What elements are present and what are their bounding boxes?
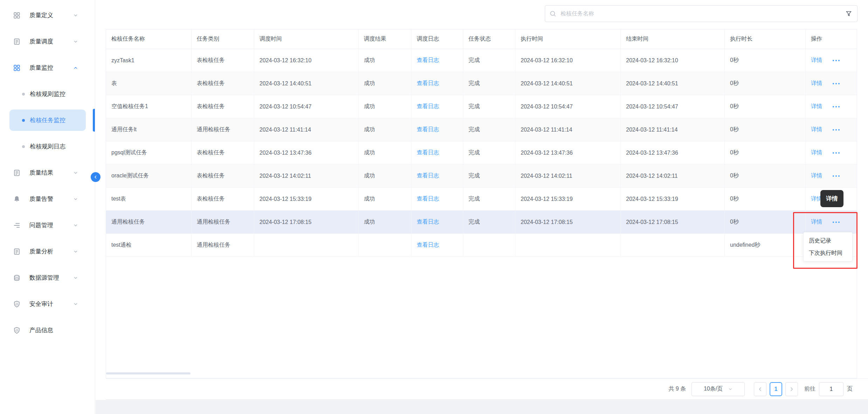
cell-task-name: test通检 — [106, 234, 192, 257]
page-size-select[interactable]: 10条/页 — [692, 382, 745, 396]
detail-link[interactable]: 详情 — [811, 219, 822, 225]
sidebar-item-quality-result[interactable]: 质量结果 — [0, 160, 95, 186]
view-log-link[interactable]: 查看日志 — [417, 103, 439, 109]
sidebar-item-product-info[interactable]: @ 产品信息 — [0, 317, 95, 343]
cell-schedule-result: 成功 — [359, 164, 411, 188]
cell-schedule-log: 查看日志 — [411, 164, 463, 188]
sidebar: 质量定义 质量调度 质量监控 检核规则监控 检核任务监控 — [0, 0, 95, 414]
cell-duration: 0秒 — [725, 95, 806, 118]
menu-item-next-exec-time[interactable]: 下次执行时间 — [804, 247, 852, 259]
chevron-down-icon — [728, 387, 732, 391]
sidebar-item-task-monitor[interactable]: 检核任务监控 — [0, 107, 95, 133]
task-table-card: 检核任务名称 任务类别 调度时间 调度结果 调度日志 任务状态 执行时间 结束时… — [106, 29, 857, 378]
cell-task-name: 空值检核任务1 — [106, 95, 192, 118]
cell-exec-time: 2024-03-12 13:47:36 — [515, 141, 621, 164]
sidebar-item-quality-scheduling[interactable]: 质量调度 — [0, 28, 95, 55]
menu-item-history[interactable]: 历史记录 — [804, 234, 852, 247]
cell-actions: 详情 — [806, 164, 857, 188]
more-actions-icon[interactable] — [833, 152, 840, 154]
detail-link[interactable]: 详情 — [811, 57, 822, 63]
column-header-task-category: 任务类别 — [192, 29, 254, 49]
search-input[interactable] — [545, 5, 857, 22]
cell-exec-time: 2024-03-12 14:02:11 — [515, 164, 621, 188]
filter-funnel-icon[interactable] — [845, 10, 852, 17]
cell-schedule-result — [359, 234, 411, 257]
database-icon — [13, 274, 21, 282]
sidebar-item-label: 质量结果 — [29, 169, 53, 177]
bullet-dot-icon — [22, 145, 25, 148]
column-header-schedule-result: 调度结果 — [359, 29, 411, 49]
view-log-link[interactable]: 查看日志 — [417, 173, 439, 178]
chevron-down-icon — [73, 223, 78, 228]
column-header-task-name: 检核任务名称 — [106, 29, 192, 49]
document-icon — [13, 248, 21, 255]
sidebar-item-quality-definition[interactable]: 质量定义 — [0, 2, 95, 28]
cell-actions: 详情 — [806, 141, 857, 164]
cell-duration: 0秒 — [725, 211, 806, 234]
table-row: 通用任务lt 通用检核任务 2024-03-12 11:41:14 成功 查看日… — [106, 118, 857, 141]
chevron-right-icon — [789, 387, 794, 392]
cell-schedule-result: 成功 — [359, 211, 411, 234]
sidebar-item-quality-alert[interactable]: 质量告警 — [0, 186, 95, 212]
cell-task-name: 通用任务lt — [106, 118, 192, 141]
detail-link[interactable]: 详情 — [811, 126, 822, 132]
cell-end-time: 2024-03-12 13:47:36 — [621, 141, 725, 164]
sidebar-item-label: 质量分析 — [29, 247, 53, 255]
view-log-link[interactable]: 查看日志 — [417, 242, 439, 248]
sidebar-item-datasource-management[interactable]: 数据源管理 — [0, 265, 95, 291]
actions-dropdown-menu: 历史记录 下次执行时间 — [803, 232, 853, 261]
column-header-schedule-log: 调度日志 — [411, 29, 463, 49]
view-log-link[interactable]: 查看日志 — [417, 219, 439, 225]
view-log-link[interactable]: 查看日志 — [417, 80, 439, 86]
horizontal-scrollbar-thumb[interactable] — [106, 372, 190, 374]
cell-schedule-log: 查看日志 — [411, 49, 463, 72]
detail-link[interactable]: 详情 — [811, 103, 822, 109]
cell-end-time: 2024-03-12 16:32:10 — [621, 49, 725, 72]
sidebar-collapse-button[interactable] — [91, 172, 100, 182]
sidebar-item-rule-monitor[interactable]: 检核规则监控 — [0, 81, 95, 107]
bullet-dot-icon — [22, 119, 25, 122]
column-header-task-status: 任务状态 — [463, 29, 515, 49]
next-page-button[interactable] — [785, 382, 798, 396]
cell-end-time: 2024-03-12 15:33:19 — [621, 188, 725, 211]
more-actions-icon[interactable] — [833, 175, 840, 177]
cell-exec-time: 2024-03-12 10:54:47 — [515, 95, 621, 118]
search-bar — [545, 5, 857, 22]
cell-exec-time: 2024-03-12 15:33:19 — [515, 188, 621, 211]
view-log-link[interactable]: 查看日志 — [417, 196, 439, 202]
detail-link[interactable]: 详情 — [811, 80, 822, 86]
cell-schedule-time: 2024-03-12 15:33:19 — [254, 188, 359, 211]
more-actions-icon[interactable] — [833, 83, 840, 84]
sidebar-item-label: 问题管理 — [29, 221, 53, 229]
detail-link[interactable]: 详情 — [811, 149, 822, 155]
current-page-button[interactable]: 1 — [770, 382, 782, 396]
goto-page-input[interactable]: 1 — [819, 382, 843, 396]
chevron-down-icon — [73, 170, 78, 175]
detail-link[interactable]: 详情 — [811, 173, 822, 178]
cell-duration: 0秒 — [725, 72, 806, 95]
view-log-link[interactable]: 查看日志 — [417, 126, 439, 132]
prev-page-button[interactable] — [754, 382, 766, 396]
cell-end-time: 2024-03-12 14:02:11 — [621, 164, 725, 188]
active-item-edge-bar — [93, 109, 95, 132]
more-actions-icon[interactable] — [833, 222, 840, 223]
sidebar-item-rule-log[interactable]: 检核规则日志 — [0, 133, 95, 160]
sidebar-subitem-label: 检核任务监控 — [30, 116, 65, 124]
sidebar-item-issue-management[interactable]: 问题管理 — [0, 212, 95, 238]
sidebar-item-quality-monitoring[interactable]: 质量监控 — [0, 55, 95, 81]
sidebar-item-label: 质量定义 — [29, 11, 53, 19]
cell-schedule-log: 查看日志 — [411, 211, 463, 234]
more-actions-icon[interactable] — [833, 60, 840, 61]
view-log-link[interactable]: 查看日志 — [417, 57, 439, 63]
cell-task-status: 完成 — [463, 211, 515, 234]
more-actions-icon[interactable] — [833, 106, 840, 107]
cell-schedule-log: 查看日志 — [411, 141, 463, 164]
sidebar-item-security-audit[interactable]: @ 安全审计 — [0, 291, 95, 317]
column-header-duration: 执行时长 — [725, 29, 806, 49]
cell-task-category: 表检核任务 — [192, 49, 254, 72]
list-icon — [13, 222, 21, 229]
more-actions-icon[interactable] — [833, 129, 840, 131]
sidebar-subitem-label: 检核规则监控 — [30, 90, 65, 98]
sidebar-item-quality-analysis[interactable]: 质量分析 — [0, 238, 95, 265]
view-log-link[interactable]: 查看日志 — [417, 149, 439, 155]
